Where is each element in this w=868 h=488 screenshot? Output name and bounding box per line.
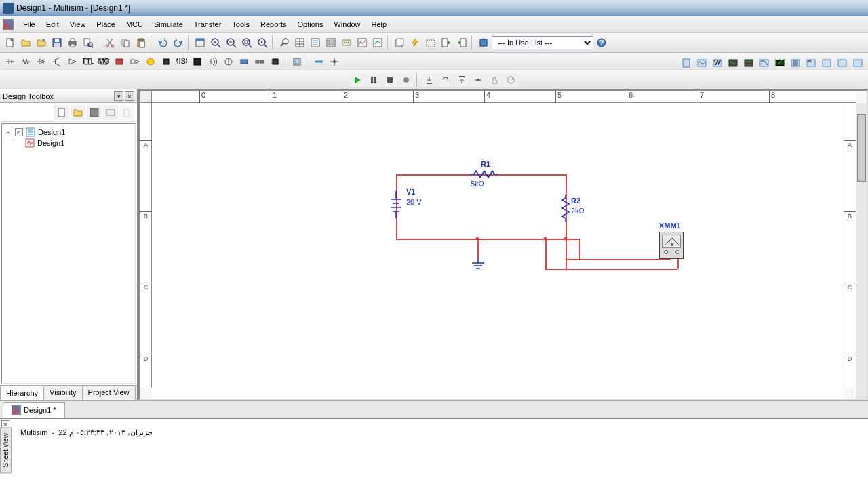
voltage-source-v1[interactable] xyxy=(389,191,403,218)
in-use-list-select[interactable]: --- In Use List --- xyxy=(492,36,593,49)
tree-root[interactable]: − ✓ Design1 xyxy=(5,127,132,138)
v1-label[interactable]: V1 xyxy=(406,188,415,196)
open-sample-button[interactable] xyxy=(34,35,49,50)
back-annotate-button[interactable] xyxy=(439,35,454,50)
multimeter-xmm1[interactable] xyxy=(659,232,684,259)
wattmeter-button[interactable]: W xyxy=(710,56,725,70)
tab-hierarchy[interactable]: Hierarchy xyxy=(0,386,44,400)
menu-place[interactable]: Place xyxy=(91,19,121,30)
resistor-r2[interactable] xyxy=(561,195,570,222)
logic-analyzer-button[interactable] xyxy=(804,56,818,70)
database-button[interactable] xyxy=(323,35,338,50)
function-gen-button[interactable] xyxy=(694,56,709,70)
wire[interactable] xyxy=(545,239,547,269)
logic-converter-button[interactable] xyxy=(819,56,834,70)
menu-window[interactable]: Window xyxy=(328,19,366,30)
place-power-button[interactable] xyxy=(159,54,174,69)
resistor-r1[interactable] xyxy=(471,170,498,178)
place-basic-button[interactable] xyxy=(18,54,33,69)
hand-button[interactable] xyxy=(487,73,502,87)
place-transistor-button[interactable] xyxy=(50,54,64,69)
distortion-button[interactable] xyxy=(850,56,865,70)
print-preview-button[interactable] xyxy=(81,35,96,50)
word-gen-button[interactable] xyxy=(788,56,803,70)
junction[interactable] xyxy=(544,237,547,241)
menu-help[interactable]: Help xyxy=(366,19,393,30)
step-button[interactable] xyxy=(471,73,486,87)
paste-button[interactable] xyxy=(134,35,149,50)
v1-value[interactable]: 20 V xyxy=(406,198,422,206)
menu-edit[interactable]: Edit xyxy=(41,19,64,30)
find-button[interactable] xyxy=(277,35,292,50)
wire[interactable] xyxy=(566,259,671,260)
place-misc-button[interactable]: MISC xyxy=(174,54,189,69)
place-mixed-button[interactable] xyxy=(127,54,142,69)
step-out-button[interactable] xyxy=(454,73,469,87)
full-screen-button[interactable] xyxy=(193,35,208,50)
new-file-button[interactable] xyxy=(54,105,69,120)
tab-project-view[interactable]: Project View xyxy=(82,386,136,400)
copy-button[interactable] xyxy=(118,35,133,50)
sheet-view-tab[interactable]: Sheet View xyxy=(0,427,12,473)
wire[interactable] xyxy=(477,239,479,259)
place-misc-digital-button[interactable] xyxy=(112,54,127,69)
breadboard-button[interactable] xyxy=(339,35,354,50)
grapher-button[interactable] xyxy=(355,35,370,50)
zoom-fit-button[interactable] xyxy=(255,35,270,50)
menu-simulate[interactable]: Simulate xyxy=(149,19,189,30)
save-file-button[interactable] xyxy=(87,105,102,120)
zoom-out-button[interactable] xyxy=(224,35,239,50)
oscilloscope-button[interactable] xyxy=(726,56,741,70)
place-diode-button[interactable] xyxy=(34,54,49,69)
stop-button[interactable] xyxy=(382,73,397,87)
four-ch-scope-button[interactable] xyxy=(741,56,756,70)
wire[interactable] xyxy=(579,239,580,259)
open-button[interactable] xyxy=(18,35,33,50)
postprocessor-button[interactable] xyxy=(370,35,385,50)
menu-options[interactable]: Options xyxy=(292,19,329,30)
doc-tab-design1[interactable]: Design1 * xyxy=(3,402,65,418)
menu-file[interactable]: File xyxy=(18,19,41,30)
tab-visibility[interactable]: Visibility xyxy=(43,386,83,400)
place-electromech-button[interactable] xyxy=(221,54,236,69)
undo-button[interactable] xyxy=(155,35,170,50)
probe-button[interactable] xyxy=(503,73,518,87)
close-panel-button[interactable]: × xyxy=(125,92,134,101)
elec-rules-button[interactable] xyxy=(408,35,422,50)
hierarchy-block-button[interactable] xyxy=(290,54,304,69)
r1-value[interactable]: 5kΩ xyxy=(471,180,484,188)
save-button[interactable] xyxy=(50,35,64,50)
place-cmos-button[interactable]: CMOS xyxy=(96,54,111,69)
place-rf-button[interactable] xyxy=(205,54,220,69)
place-bus-button[interactable] xyxy=(311,54,326,69)
step-into-button[interactable] xyxy=(422,73,437,87)
zoom-area-button[interactable] xyxy=(239,35,254,50)
place-junction-button[interactable] xyxy=(327,54,342,69)
open-file-button[interactable] xyxy=(71,105,85,120)
menu-mcu[interactable]: MCU xyxy=(121,19,149,30)
pin-button[interactable]: ▾ xyxy=(114,92,123,101)
iv-analyzer-button[interactable] xyxy=(835,56,850,70)
place-mcu-button[interactable] xyxy=(268,54,283,69)
zoom-in-button[interactable] xyxy=(208,35,223,50)
place-analog-button[interactable] xyxy=(65,54,80,69)
redo-button[interactable] xyxy=(171,35,186,50)
run-button[interactable] xyxy=(350,73,365,87)
vertical-scrollbar[interactable] xyxy=(856,103,867,399)
place-connector-button[interactable] xyxy=(252,54,267,69)
tree-child[interactable]: Design1 xyxy=(5,138,132,148)
rename-button[interactable] xyxy=(103,105,118,120)
menu-transfer[interactable]: Transfer xyxy=(189,19,227,30)
parent-sheet-button[interactable] xyxy=(392,35,407,50)
capture-button[interactable] xyxy=(423,35,438,50)
print-button[interactable] xyxy=(65,35,80,50)
r1-label[interactable]: R1 xyxy=(481,160,490,168)
pause-button[interactable] xyxy=(366,73,381,87)
bode-plotter-button[interactable] xyxy=(757,56,772,70)
freq-counter-button[interactable]: 123 xyxy=(772,56,787,70)
place-source-button[interactable] xyxy=(3,54,18,69)
spreadsheet-button[interactable] xyxy=(292,35,307,50)
wire[interactable] xyxy=(396,239,566,240)
place-nist-button[interactable] xyxy=(237,54,252,69)
step-over-button[interactable] xyxy=(438,73,453,87)
